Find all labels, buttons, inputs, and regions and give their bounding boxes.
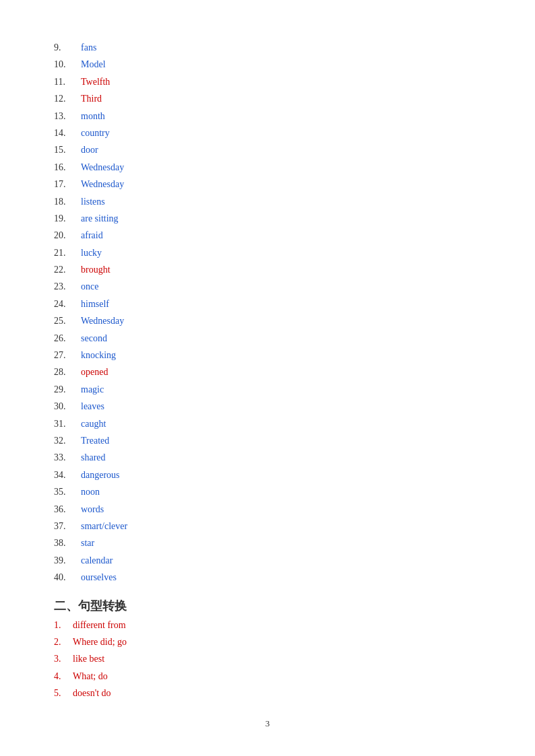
list-item: 18.listens	[54, 195, 481, 209]
list-item: 10.Model	[54, 57, 481, 72]
list-item: 22.brought	[54, 263, 481, 277]
item-number: 14.	[54, 126, 81, 141]
item-number: 12.	[54, 92, 81, 106]
item-number: 21.	[54, 246, 81, 261]
item-number: 23.	[54, 279, 81, 294]
list-item: 29.magic	[54, 382, 481, 397]
sub-item-number: 5.	[54, 686, 73, 701]
item-answer: himself	[81, 297, 109, 312]
item-answer: words	[81, 502, 104, 517]
list-item: 25.Wednesday	[54, 314, 481, 329]
sub-item-answer: Where did; go	[73, 635, 127, 650]
item-answer: afraid	[81, 228, 103, 243]
item-number: 29.	[54, 382, 81, 397]
list-item: 27.knocking	[54, 348, 481, 363]
list-item: 20.afraid	[54, 228, 481, 243]
item-answer: smart/clever	[81, 519, 127, 534]
list-item: 30.leaves	[54, 399, 481, 414]
list-item: 36.words	[54, 502, 481, 517]
numbered-list: 9.fans10.Model11.Twelfth12.Third13.month…	[54, 40, 481, 586]
list-item: 39.calendar	[54, 553, 481, 568]
item-answer: Twelfth	[81, 75, 110, 90]
list-item: 15.door	[54, 143, 481, 158]
list-item: 16.Wednesday	[54, 160, 481, 175]
item-number: 11.	[54, 75, 81, 90]
item-answer: Model	[81, 57, 106, 72]
item-answer: brought	[81, 263, 111, 277]
section-title: 二、句型转换	[54, 598, 481, 614]
list-item: 13.month	[54, 109, 481, 124]
item-answer: Third	[81, 92, 102, 106]
item-number: 39.	[54, 553, 81, 568]
sub-list-item: 5.doesn't do	[54, 686, 481, 701]
item-number: 20.	[54, 228, 81, 243]
item-answer: calendar	[81, 553, 113, 568]
list-item: 32.Treated	[54, 434, 481, 448]
item-answer: star	[81, 536, 94, 551]
item-answer: Treated	[81, 434, 109, 448]
item-answer: are sitting	[81, 211, 119, 226]
item-answer: opened	[81, 365, 108, 380]
item-number: 15.	[54, 143, 81, 158]
item-answer: Wednesday	[81, 160, 124, 175]
item-number: 26.	[54, 331, 81, 346]
list-item: 34.dangerous	[54, 468, 481, 483]
section-two: 二、句型转换	[54, 598, 481, 614]
list-item: 33.shared	[54, 450, 481, 465]
page-content: 9.fans10.Model11.Twelfth12.Third13.month…	[0, 0, 535, 743]
item-number: 35.	[54, 485, 81, 500]
sub-item-answer: doesn't do	[73, 686, 111, 701]
item-number: 31.	[54, 417, 81, 432]
page-number: 3	[265, 718, 270, 729]
section-title-text: 二、句型转换	[54, 599, 127, 613]
list-item: 19.are sitting	[54, 211, 481, 226]
list-item: 38.star	[54, 536, 481, 551]
list-item: 9.fans	[54, 40, 481, 55]
item-answer: magic	[81, 382, 104, 397]
item-answer: dangerous	[81, 468, 120, 483]
item-number: 36.	[54, 502, 81, 517]
list-item: 31.caught	[54, 417, 481, 432]
item-answer: caught	[81, 417, 106, 432]
list-item: 11.Twelfth	[54, 75, 481, 90]
list-item: 14.country	[54, 126, 481, 141]
item-number: 28.	[54, 365, 81, 380]
sub-list-item: 2.Where did; go	[54, 635, 481, 650]
sub-item-number: 1.	[54, 618, 73, 633]
item-answer: ourselves	[81, 570, 117, 585]
sub-item-answer: different from	[73, 618, 126, 633]
item-answer: shared	[81, 450, 106, 465]
list-item: 17.Wednesday	[54, 177, 481, 192]
item-number: 24.	[54, 297, 81, 312]
list-item: 35.noon	[54, 485, 481, 500]
item-answer: month	[81, 109, 105, 124]
item-answer: Wednesday	[81, 314, 124, 329]
item-number: 37.	[54, 519, 81, 534]
item-number: 19.	[54, 211, 81, 226]
sub-item-number: 2.	[54, 635, 73, 650]
item-answer: noon	[81, 485, 100, 500]
list-item: 28.opened	[54, 365, 481, 380]
sub-item-answer: What; do	[73, 669, 108, 684]
item-number: 16.	[54, 160, 81, 175]
item-number: 22.	[54, 263, 81, 277]
item-answer: knocking	[81, 348, 116, 363]
list-item: 12.Third	[54, 92, 481, 106]
sub-item-number: 4.	[54, 669, 73, 684]
item-number: 34.	[54, 468, 81, 483]
item-number: 17.	[54, 177, 81, 192]
sub-list: 1.different from2.Where did; go3.like be…	[54, 618, 481, 701]
item-number: 9.	[54, 40, 81, 55]
list-item: 40.ourselves	[54, 570, 481, 585]
item-answer: leaves	[81, 399, 104, 414]
item-number: 33.	[54, 450, 81, 465]
item-answer: fans	[81, 40, 96, 55]
item-number: 40.	[54, 570, 81, 585]
list-item: 37.smart/clever	[54, 519, 481, 534]
sub-list-item: 4.What; do	[54, 669, 481, 684]
sub-list-item: 3.like best	[54, 652, 481, 666]
item-number: 18.	[54, 195, 81, 209]
sub-item-number: 3.	[54, 652, 73, 666]
list-item: 21.lucky	[54, 246, 481, 261]
item-answer: country	[81, 126, 110, 141]
